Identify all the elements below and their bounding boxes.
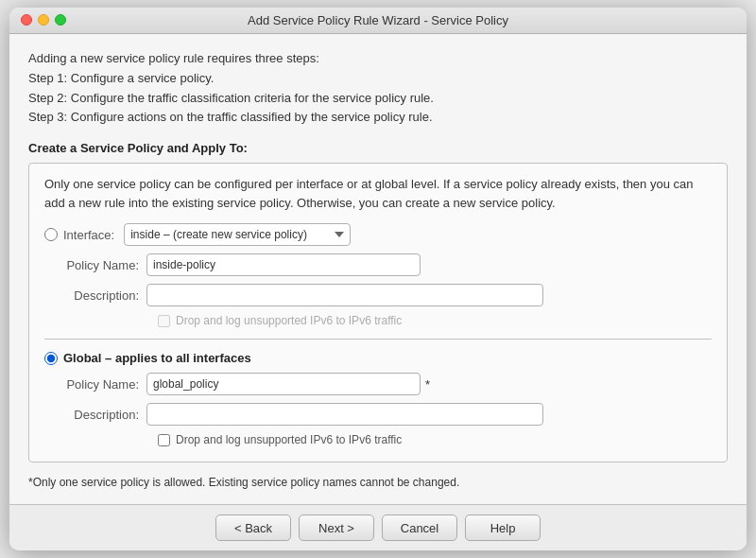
intro-line2: Step 2: Configure the traffic classifica… <box>28 89 728 109</box>
global-description-input[interactable] <box>146 403 543 426</box>
title-bar: Add Service Policy Rule Wizard - Service… <box>9 8 747 34</box>
minimize-button[interactable] <box>38 14 49 26</box>
traffic-lights <box>21 14 66 26</box>
window-title: Add Service Policy Rule Wizard - Service… <box>248 13 508 27</box>
global-description-label: Description: <box>44 408 139 422</box>
cancel-button[interactable]: Cancel <box>382 514 457 541</box>
interface-radio[interactable] <box>44 228 58 241</box>
interface-dropdown[interactable]: inside – (create new service policy) <box>124 223 351 246</box>
zoom-button[interactable] <box>55 14 66 26</box>
interface-ipv6-checkbox[interactable] <box>158 315 170 327</box>
intro-line1: Step 1: Configure a service policy. <box>28 69 728 89</box>
interface-description-row: Description: <box>44 284 712 306</box>
interface-policy-name-input[interactable] <box>146 253 421 276</box>
global-radio-label: Global – applies to all interfaces <box>63 351 251 365</box>
global-checkbox-label: Drop and log unsupported IPv6 to IPv6 tr… <box>176 433 402 446</box>
back-button[interactable]: < Back <box>215 514 291 541</box>
interface-checkbox-label: Drop and log unsupported IPv6 to IPv6 tr… <box>176 314 402 327</box>
required-asterisk: * <box>425 377 430 392</box>
intro-section: Adding a new service policy rule require… <box>28 49 728 128</box>
global-radio-row: Global – applies to all interfaces <box>44 351 712 365</box>
next-button[interactable]: Next > <box>299 514 374 541</box>
intro-line0: Adding a new service policy rule require… <box>28 49 728 69</box>
interface-radio-row: Interface: inside – (create new service … <box>44 223 712 246</box>
section-divider <box>44 339 712 340</box>
policy-note: *Only one service policy is allowed. Exi… <box>28 476 728 489</box>
help-button[interactable]: Help <box>465 514 541 541</box>
wizard-window: Add Service Policy Rule Wizard - Service… <box>9 8 747 550</box>
intro-line3: Step 3: Configure actions on the traffic… <box>28 108 728 128</box>
interface-description-label: Description: <box>44 288 139 303</box>
policy-section-box: Only one service policy can be configure… <box>28 163 728 462</box>
global-description-row: Description: <box>44 403 712 426</box>
global-radio[interactable] <box>44 352 58 365</box>
interface-policy-name-label: Policy Name: <box>44 258 139 272</box>
interface-policy-name-row: Policy Name: <box>44 253 712 276</box>
interface-description-input[interactable] <box>146 284 543 306</box>
global-checkbox-row: Drop and log unsupported IPv6 to IPv6 tr… <box>158 433 712 446</box>
wizard-content: Adding a new service policy rule require… <box>9 34 747 504</box>
global-policy-name-input[interactable] <box>146 373 421 395</box>
global-policy-name-row: Policy Name: * <box>44 373 712 395</box>
section-header: Create a Service Policy and Apply To: <box>28 141 728 155</box>
section-description: Only one service policy can be configure… <box>44 175 712 212</box>
interface-checkbox-row: Drop and log unsupported IPv6 to IPv6 tr… <box>158 314 712 327</box>
global-ipv6-checkbox[interactable] <box>158 434 170 446</box>
close-button[interactable] <box>21 14 32 26</box>
global-policy-name-label: Policy Name: <box>44 377 139 392</box>
interface-radio-label: Interface: <box>63 228 114 242</box>
wizard-footer: < Back Next > Cancel Help <box>9 504 747 550</box>
